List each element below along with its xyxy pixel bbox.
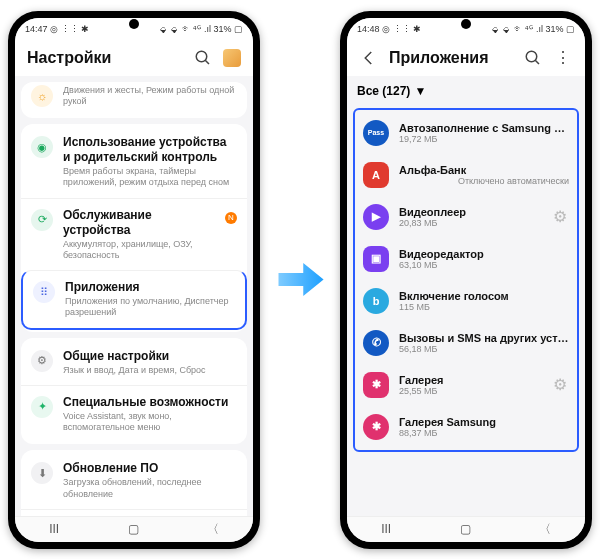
app-item-calls-sms[interactable]: ✆ Вызовы и SMS на других устро..56,18 МБ xyxy=(355,322,577,364)
app-icon: ▣ xyxy=(363,246,389,272)
settings-item-general[interactable]: ⚙ Общие настройки Язык и ввод, Дата и вр… xyxy=(21,340,247,385)
nav-bar: III ▢ 〈 xyxy=(15,516,253,542)
search-icon[interactable] xyxy=(193,48,213,68)
account-icon[interactable] xyxy=(223,49,241,67)
svg-point-0 xyxy=(196,51,207,62)
filter-dropdown[interactable]: Все (127) ▼ xyxy=(347,76,585,106)
app-item-gallery[interactable]: ✱ Галерея25,55 МБ ⚙ xyxy=(355,364,577,406)
app-icon: ✱ xyxy=(363,372,389,398)
nav-home[interactable]: ▢ xyxy=(128,522,139,536)
notification-badge: N xyxy=(225,212,237,224)
app-item-samsung-pass[interactable]: Pass Автозаполнение с Samsung Pas..19,72… xyxy=(355,112,577,154)
svg-point-3 xyxy=(526,51,537,62)
app-item-alfa-bank[interactable]: A Альфа-БанкОтключено автоматически xyxy=(355,154,577,196)
settings-item-software-update[interactable]: ⬇ Обновление ПО Загрузка обновлений, пос… xyxy=(21,452,247,509)
device-care-icon: ⟳ xyxy=(31,209,53,231)
app-item-video-player[interactable]: ▶ Видеоплеер20,83 МБ ⚙ xyxy=(355,196,577,238)
general-icon: ⚙ xyxy=(31,350,53,372)
app-icon: b xyxy=(363,288,389,314)
nav-back[interactable]: 〈 xyxy=(539,521,551,538)
app-icon: ▶ xyxy=(363,204,389,230)
app-icon: Pass xyxy=(363,120,389,146)
settings-item-device-care[interactable]: ⟳ Обслуживание устройства Аккумулятор, х… xyxy=(21,198,247,271)
gear-icon[interactable]: ⚙ xyxy=(553,207,569,226)
page-title: Настройки xyxy=(27,49,183,67)
app-icon: ✆ xyxy=(363,330,389,356)
settings-item-tips[interactable]: ⓘ Советы и руководство xyxy=(21,509,247,516)
settings-header: Настройки xyxy=(15,40,253,76)
nav-recents[interactable]: III xyxy=(49,522,59,536)
back-icon[interactable] xyxy=(359,48,379,68)
app-item-samsung-gallery[interactable]: ✱ Галерея Samsung88,37 МБ xyxy=(355,406,577,448)
svg-line-4 xyxy=(535,60,539,64)
wellbeing-icon: ◉ xyxy=(31,136,53,158)
page-title: Приложения xyxy=(389,49,513,67)
apps-icon: ⠿ xyxy=(33,281,55,303)
app-item-voice-wakeup[interactable]: b Включение голосом115 МБ xyxy=(355,280,577,322)
settings-item-motions[interactable]: ☼ Движения и жесты, Режим работы одной р… xyxy=(21,84,247,117)
update-icon: ⬇ xyxy=(31,462,53,484)
app-item-video-editor[interactable]: ▣ Видеоредактор63,10 МБ xyxy=(355,238,577,280)
apps-header: Приложения ⋮ xyxy=(347,40,585,76)
svg-line-1 xyxy=(205,60,209,64)
app-icon: A xyxy=(363,162,389,188)
nav-home[interactable]: ▢ xyxy=(460,522,471,536)
svg-marker-2 xyxy=(278,263,323,296)
chevron-down-icon: ▼ xyxy=(414,84,426,98)
nav-back[interactable]: 〈 xyxy=(207,521,219,538)
arrow-icon xyxy=(273,252,328,307)
settings-item-accessibility[interactable]: ✦ Специальные возможности Voice Assistan… xyxy=(21,385,247,443)
app-icon: ✱ xyxy=(363,414,389,440)
search-icon[interactable] xyxy=(523,48,543,68)
more-icon[interactable]: ⋮ xyxy=(553,48,573,68)
accessibility-icon: ✦ xyxy=(31,396,53,418)
settings-item-apps[interactable]: ⠿ Приложения Приложения по умолчанию, Ди… xyxy=(21,270,247,330)
sun-icon: ☼ xyxy=(31,85,53,107)
nav-bar: III ▢ 〈 xyxy=(347,516,585,542)
gear-icon[interactable]: ⚙ xyxy=(553,375,569,394)
app-list-highlight: Pass Автозаполнение с Samsung Pas..19,72… xyxy=(353,108,579,452)
nav-recents[interactable]: III xyxy=(381,522,391,536)
settings-item-wellbeing[interactable]: ◉ Использование устройства и родительски… xyxy=(21,126,247,198)
